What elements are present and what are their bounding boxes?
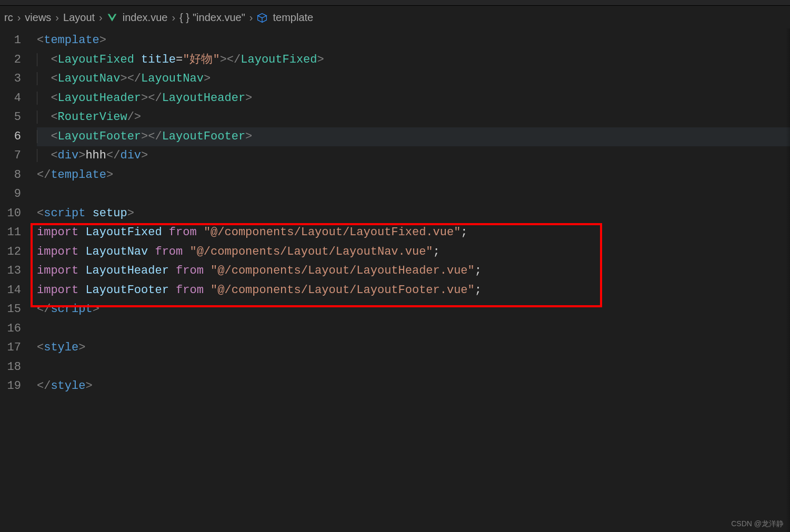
code-content[interactable]: <template> <LayoutFixed title="好物"></Lay… <box>37 29 790 532</box>
line-number: 3 <box>0 69 37 89</box>
line-number: 11 <box>0 223 37 243</box>
template-icon <box>257 12 269 24</box>
crumb-layout[interactable]: Layout <box>63 12 95 24</box>
line-number: 7 <box>0 146 37 166</box>
code-line[interactable]: import LayoutHeader from "@/components/L… <box>37 262 790 281</box>
chevron-right-icon: › <box>248 12 254 24</box>
chevron-right-icon: › <box>171 12 176 24</box>
code-line[interactable]: </style> <box>37 377 790 396</box>
line-number: 10 <box>0 204 37 224</box>
line-number: 1 <box>0 31 37 51</box>
code-line[interactable]: <style> <box>37 338 790 358</box>
chevron-right-icon: › <box>54 12 60 24</box>
code-line[interactable]: <LayoutHeader></LayoutHeader> <box>37 89 790 108</box>
tab-bar <box>0 0 790 6</box>
crumb-symbol-file[interactable]: "index.vue" <box>193 12 245 24</box>
line-number: 14 <box>0 281 37 300</box>
crumb-rc[interactable]: rc <box>4 12 13 24</box>
crumb-file[interactable]: index.vue <box>123 12 168 24</box>
line-number: 8 <box>0 166 37 185</box>
code-line[interactable]: import LayoutFooter from "@/components/L… <box>37 281 790 300</box>
code-line[interactable]: import LayoutFixed from "@/components/La… <box>37 223 790 243</box>
line-number: 13 <box>0 262 37 281</box>
line-number: 4 <box>0 89 37 108</box>
line-number: 2 <box>0 51 37 70</box>
code-line[interactable]: </script> <box>37 300 790 319</box>
code-line[interactable] <box>37 319 790 339</box>
minimap-shadow <box>786 28 790 532</box>
code-line[interactable]: <script setup> <box>37 204 790 224</box>
line-number: 9 <box>0 185 37 204</box>
code-line[interactable]: import LayoutNav from "@/components/Layo… <box>37 243 790 262</box>
crumb-symbol-template[interactable]: template <box>273 12 313 24</box>
line-number: 18 <box>0 358 37 377</box>
watermark: CSDN @龙洋静 <box>731 519 784 529</box>
chevron-right-icon: › <box>98 12 104 24</box>
line-number: 16 <box>0 319 37 339</box>
line-number-gutter: 12345678910111213141516171819 <box>0 29 37 532</box>
code-line[interactable]: <div>hhh</div> <box>37 146 790 166</box>
chevron-right-icon: › <box>16 12 22 24</box>
line-number: 19 <box>0 377 37 396</box>
line-number: 12 <box>0 243 37 262</box>
breadcrumb[interactable]: rc › views › Layout › index.vue › { } "i… <box>0 6 790 29</box>
line-number: 6 <box>0 127 37 147</box>
code-line[interactable]: <RouterView/> <box>37 108 790 127</box>
code-line[interactable]: <LayoutFixed title="好物"></LayoutFixed> <box>37 51 790 70</box>
code-line[interactable]: </template> <box>37 166 790 185</box>
code-line[interactable]: <LayoutNav></LayoutNav> <box>37 69 790 89</box>
line-number: 15 <box>0 300 37 319</box>
line-number: 17 <box>0 338 37 358</box>
code-line[interactable]: <LayoutFooter></LayoutFooter> <box>37 127 790 147</box>
code-line[interactable]: <template> <box>37 31 790 51</box>
line-number: 5 <box>0 108 37 127</box>
vue-icon <box>107 12 119 24</box>
code-line[interactable] <box>37 185 790 204</box>
crumb-views[interactable]: views <box>25 12 51 24</box>
code-line[interactable] <box>37 358 790 377</box>
editor[interactable]: 12345678910111213141516171819 <template>… <box>0 29 790 532</box>
braces-icon: { } <box>179 12 189 24</box>
